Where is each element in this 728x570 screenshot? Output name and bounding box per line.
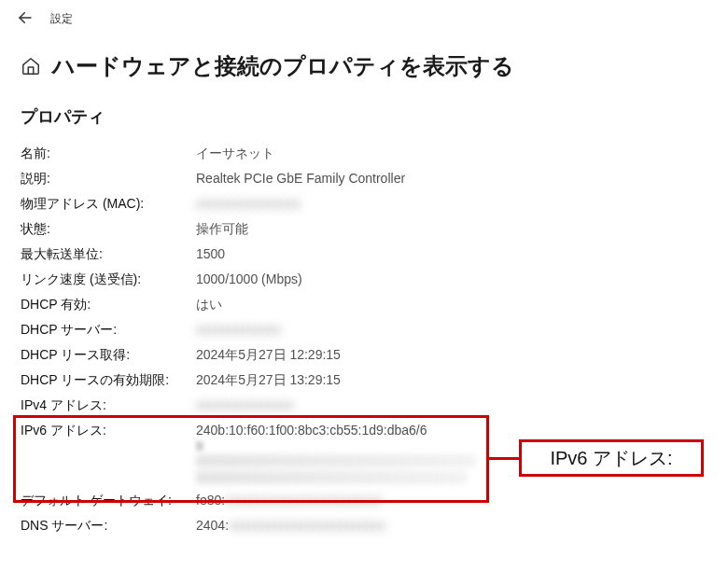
gateway-prefix: fe80: [196,493,225,507]
app-title: 設定 [50,11,73,27]
label-description: 説明: [21,171,196,188]
row-ipv4: IPv4 アドレス: xxxxxxxxxxxxxxx [21,393,707,418]
label-dhcp-expiry: DHCP リースの有効期限: [21,372,196,389]
label-dhcp-enabled: DHCP 有効: [21,297,196,313]
row-dhcp-expiry: DHCP リースの有効期限: 2024年5月27日 13:29:15 [21,368,707,393]
value-dns: 2404:xxxxxxxxxxxxxxxxxxxxxxxx [196,518,385,533]
row-gateway: デフォルト ゲートウェイ: fe80:xxxxxxxxxxxxxxxxxxxxx… [21,488,707,513]
back-arrow-icon [17,9,34,26]
row-mtu: 最大転送単位: 1500 [21,242,707,267]
label-name: 名前: [21,146,196,162]
label-dhcp-lease: DHCP リース取得: [21,347,196,364]
properties-list: 名前: イーサネット 説明: Realtek PCIe GbE Family C… [0,141,728,538]
callout-ipv6-label: IPv6 アドレス: [519,439,704,477]
label-dhcp-server: DHCP サーバー: [21,322,196,339]
row-dhcp-lease: DHCP リース取得: 2024年5月27日 12:29:15 [21,342,707,368]
label-ipv6: IPv6 アドレス: [21,423,196,439]
row-description: 説明: Realtek PCIe GbE Family Controller [21,166,707,191]
value-dhcp-server: xxxxxxxxxxxxx [196,322,281,337]
ipv6-redacted-line [196,471,467,484]
row-name: 名前: イーサネット [21,141,707,166]
ipv6-redacted-line [196,454,476,467]
home-icon[interactable] [21,56,41,76]
label-mtu: 最大転送単位: [21,246,196,263]
label-ipv4: IPv4 アドレス: [21,397,196,414]
ipv6-fragment [196,441,203,451]
value-description: Realtek PCIe GbE Family Controller [196,171,405,186]
section-label: プロパティ [0,90,728,141]
value-name: イーサネット [196,146,274,162]
value-dhcp-lease: 2024年5月27日 12:29:15 [196,347,341,364]
value-ipv6: 240b:10:f60:1f00:8bc3:cb55:1d9:dba6/6 [196,423,427,438]
value-status: 操作可能 [196,221,248,238]
label-dns: DNS サーバー: [21,518,196,535]
row-dhcp-enabled: DHCP 有効: はい [21,292,707,317]
value-mac: xxxxxxxxxxxxxxxx [196,196,301,211]
callout-connector-line [489,457,521,460]
value-dhcp-expiry: 2024年5月27日 13:29:15 [196,372,341,389]
value-mtu: 1500 [196,246,225,261]
row-status: 状態: 操作可能 [21,216,707,242]
callout-text: IPv6 アドレス: [550,446,672,471]
top-bar: 設定 [0,0,728,29]
value-dhcp-enabled: はい [196,297,222,313]
page-title: ハードウェアと接続のプロパティを表示する [52,51,514,81]
label-gateway: デフォルト ゲートウェイ: [21,493,196,509]
label-status: 状態: [21,221,196,238]
dns-prefix: 2404: [196,518,229,533]
gateway-rest: xxxxxxxxxxxxxxxxxxxxxxxx [225,493,382,507]
row-mac: 物理アドレス (MAC): xxxxxxxxxxxxxxxx [21,191,707,216]
back-button[interactable] [17,9,34,29]
dns-rest: xxxxxxxxxxxxxxxxxxxxxxxx [229,518,385,533]
value-link-speed: 1000/1000 (Mbps) [196,271,302,286]
row-link-speed: リンク速度 (送受信): 1000/1000 (Mbps) [21,267,707,292]
label-link-speed: リンク速度 (送受信): [21,271,196,288]
value-ipv4: xxxxxxxxxxxxxxx [196,397,294,412]
row-dhcp-server: DHCP サーバー: xxxxxxxxxxxxx [21,317,707,342]
row-dns: DNS サーバー: 2404:xxxxxxxxxxxxxxxxxxxxxxxx [21,513,707,538]
page-header: ハードウェアと接続のプロパティを表示する [0,29,728,90]
value-gateway: fe80:xxxxxxxxxxxxxxxxxxxxxxxx [196,493,382,507]
label-mac: 物理アドレス (MAC): [21,196,196,213]
